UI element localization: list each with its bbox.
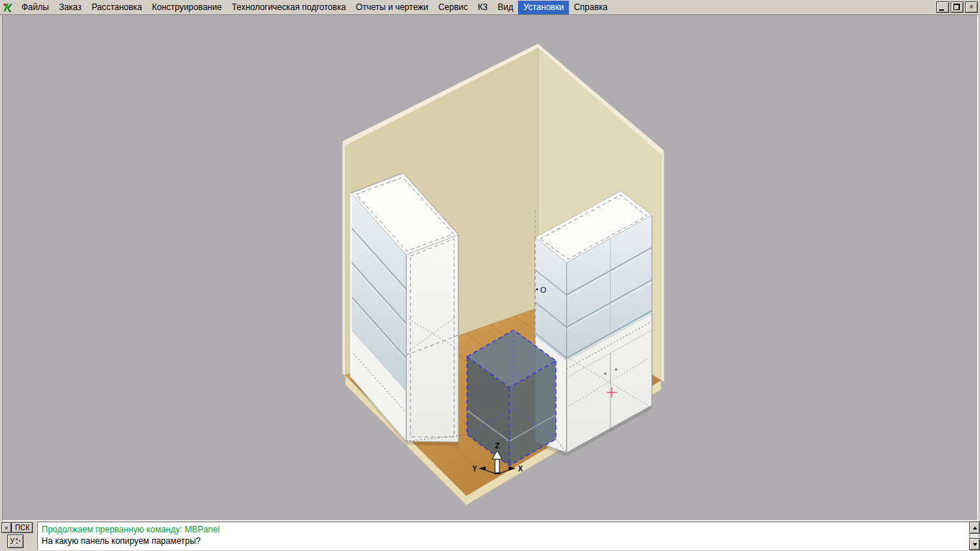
window-controls: × bbox=[936, 1, 980, 13]
minimize-icon bbox=[939, 9, 944, 11]
restore-icon bbox=[953, 4, 960, 10]
app-icon[interactable] bbox=[2, 2, 13, 13]
menu-item-order[interactable]: Заказ bbox=[54, 1, 86, 14]
scroll-up-icon bbox=[973, 527, 977, 529]
menu-item-tech-preparation[interactable]: Технологическая подготовка bbox=[227, 1, 351, 14]
menu-item-settings[interactable]: Установки bbox=[518, 1, 568, 14]
menu-item-files[interactable]: Файлы bbox=[17, 1, 54, 14]
y-axis-label: Y bbox=[472, 465, 477, 473]
usk-dots-icon bbox=[16, 538, 21, 545]
x-axis-label: X bbox=[518, 465, 523, 473]
menu-item-service[interactable]: Сервис bbox=[433, 1, 473, 14]
usk-label: У bbox=[10, 537, 14, 545]
command-panel-controls: × ПСК У bbox=[0, 521, 37, 551]
command-prompt-line: На какую панель копируем параметры? bbox=[42, 535, 965, 547]
restore-button[interactable] bbox=[951, 1, 963, 13]
menu-item-help[interactable]: Справка bbox=[569, 1, 613, 14]
menu-item-k3[interactable]: К3 bbox=[473, 1, 493, 14]
scroll-up-button[interactable] bbox=[969, 522, 980, 534]
close-button[interactable]: × bbox=[965, 1, 978, 13]
left-wall-outer-edge bbox=[342, 141, 345, 375]
command-scrollbar[interactable] bbox=[969, 522, 980, 550]
z-axis-label: Z bbox=[495, 442, 499, 450]
scroll-down-button[interactable] bbox=[969, 538, 980, 550]
right-wall-outer-edge bbox=[661, 151, 664, 382]
scroll-down-icon bbox=[973, 543, 977, 546]
viewport-frame: O Z Y X bbox=[2, 14, 978, 521]
menu-bar: Файлы Заказ Расстановка Конструирование … bbox=[0, 0, 980, 15]
right-cabinet-door-handle-left bbox=[604, 372, 606, 375]
psk-button[interactable]: ПСК bbox=[11, 522, 33, 533]
command-message-line: Продолжаем прерванную команду: MBPanel bbox=[42, 524, 965, 535]
z-axis-arrow-icon bbox=[495, 459, 499, 473]
viewport-3d-canvas[interactable]: O Z Y X bbox=[3, 15, 977, 520]
command-panel-close-button[interactable]: × bbox=[1, 522, 11, 533]
origin-label: O bbox=[540, 286, 547, 294]
usk-button[interactable]: У bbox=[7, 534, 24, 548]
command-panel: × ПСК У Продолжаем прерванную команду: M… bbox=[0, 521, 980, 551]
menu-item-construction[interactable]: Конструирование bbox=[147, 1, 227, 14]
minimize-button[interactable] bbox=[936, 1, 949, 13]
command-history[interactable]: Продолжаем прерванную команду: MBPanel Н… bbox=[37, 522, 969, 550]
menu-item-arrangement[interactable]: Расстановка bbox=[87, 1, 147, 14]
menu-item-reports-drawings[interactable]: Отчеты и чертежи bbox=[351, 1, 433, 14]
menu-item-view[interactable]: Вид bbox=[493, 1, 519, 14]
right-cabinet-door-handle-right bbox=[615, 368, 617, 370]
